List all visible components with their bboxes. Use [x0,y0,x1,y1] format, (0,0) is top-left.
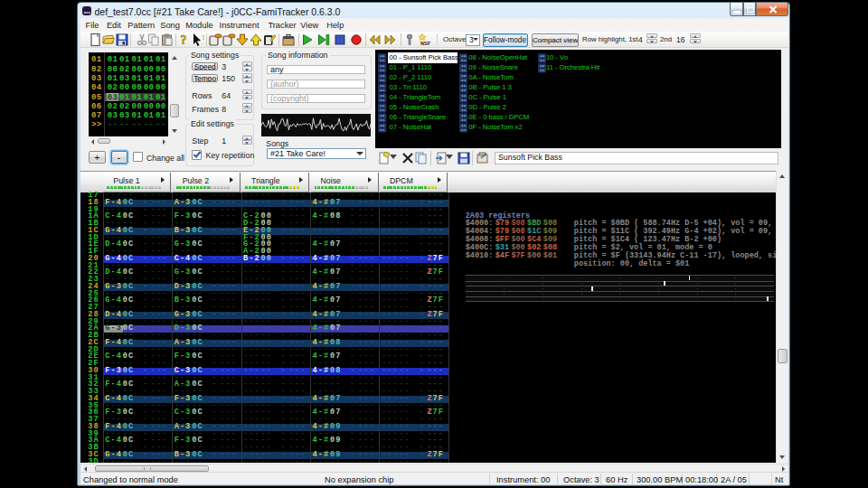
svg-text:03: 03 [461,58,467,62]
svg-text:03: 03 [380,98,385,102]
svg-text:03: 03 [380,68,385,72]
svg-text:03: 03 [380,88,385,92]
svg-text:03: 03 [380,78,385,82]
svg-text:03: 03 [380,127,385,132]
svg-text:03: 03 [461,68,467,72]
svg-text:0CC: 0CC [84,11,91,14]
svg-text:03: 03 [461,117,467,122]
svg-text:03: 03 [380,58,385,62]
svg-text:03: 03 [461,127,467,132]
svg-text:03: 03 [540,68,545,72]
svg-text:03: 03 [461,98,467,102]
svg-text:?: ? [181,33,187,47]
svg-text:03: 03 [380,108,385,112]
svg-text:03: 03 [461,88,467,92]
svg-text:03: 03 [380,117,385,122]
svg-text:NSF: NSF [420,41,431,46]
svg-text:03: 03 [461,108,467,112]
svg-text:03: 03 [540,58,545,62]
svg-text:?: ? [202,33,204,42]
svg-text:03: 03 [461,78,467,82]
